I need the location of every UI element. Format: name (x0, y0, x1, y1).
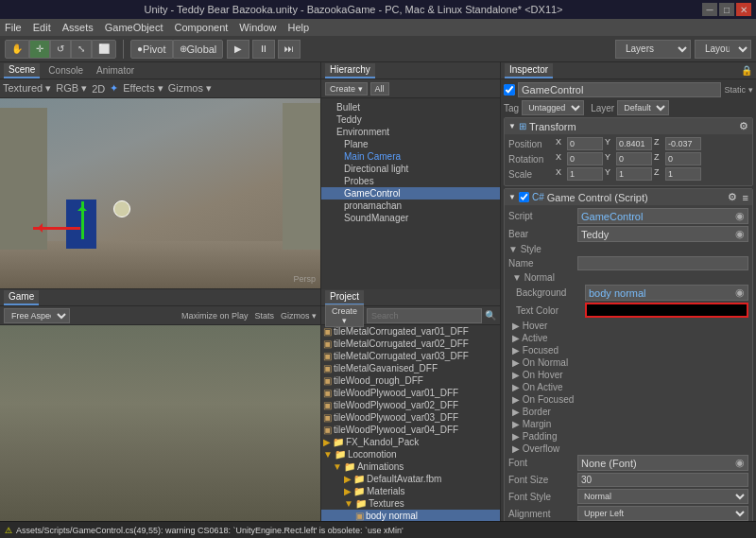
stats-btn[interactable]: Stats (254, 311, 274, 321)
proj-item-2[interactable]: ▣ tileMetalCorrugated_var02_DFF (321, 338, 500, 350)
gc-enabled-checkbox[interactable] (519, 192, 529, 202)
text-color-swatch[interactable] (585, 303, 748, 318)
project-create-button[interactable]: Create ▾ (325, 304, 364, 327)
all-button[interactable]: All (370, 82, 389, 95)
object-active-checkbox[interactable] (504, 84, 515, 95)
proj-textures[interactable]: ▼ 📁 Textures (321, 497, 500, 510)
2d-btn[interactable]: 2D (92, 83, 105, 95)
focused-section[interactable]: ▶ Focused (508, 344, 748, 356)
menu-help[interactable]: Help (287, 22, 309, 33)
margin-section[interactable]: ▶ Margin (508, 418, 748, 430)
active-section[interactable]: ▶ Active (508, 332, 748, 344)
on-hover-section[interactable]: ▶ On Hover (508, 369, 748, 381)
hier-directionallight[interactable]: Directional light (321, 163, 500, 175)
scale-tool[interactable]: ⤡ (71, 40, 92, 59)
menu-gameobject[interactable]: GameObject (105, 22, 163, 33)
tag-dropdown[interactable]: Untagged (522, 100, 584, 115)
project-search-input[interactable] (367, 308, 482, 323)
hover-section[interactable]: ▶ Hover (508, 320, 748, 332)
play-button[interactable]: ▶ (227, 40, 249, 59)
proj-avatar[interactable]: ▶ 📁 DefaultAvatar.fbm (321, 473, 500, 485)
style-name-input[interactable] (577, 256, 748, 270)
proj-item-8[interactable]: ▣ tileWoodPlywood_var03_DFF (321, 411, 500, 424)
proj-item-1[interactable]: ▣ tileMetalCorrugated_var01_DFF (321, 325, 500, 338)
minimize-button[interactable]: ─ (702, 3, 717, 16)
maximize-on-play[interactable]: Maximize on Play (181, 311, 249, 321)
script-picker[interactable]: ◉ (735, 210, 745, 222)
border-section[interactable]: ▶ Border (508, 406, 748, 418)
hier-bullet[interactable]: Bullet (321, 101, 500, 113)
tab-game[interactable]: Game (4, 290, 39, 305)
close-button[interactable]: ✕ (736, 3, 751, 16)
gizmos-label[interactable]: Gizmos ▾ (168, 82, 212, 95)
menu-edit[interactable]: Edit (33, 22, 51, 33)
hier-maincamera[interactable]: Main Camera (321, 150, 500, 163)
aspect-select[interactable]: Free Aspect (4, 308, 70, 323)
layers-dropdown[interactable]: Layers (615, 40, 691, 59)
overflow-section[interactable]: ▶ Overflow (508, 443, 748, 455)
gc-gear[interactable]: ⚙ (728, 191, 737, 203)
on-focused-section[interactable]: ▶ On Focused (508, 393, 748, 406)
hier-probes[interactable]: Probes (321, 175, 500, 187)
hand-tool[interactable]: ✋ (5, 40, 29, 59)
proj-item-4[interactable]: ▣ tileMetalGavanised_DFF (321, 362, 500, 374)
proj-item-6[interactable]: ▣ tileWoodPlywood_var01_DFF (321, 387, 500, 399)
padding-section[interactable]: ▶ Padding (508, 430, 748, 443)
proj-materials[interactable]: ▶ 📁 Materials (321, 485, 500, 497)
layer-dropdown[interactable]: Default (617, 100, 669, 115)
position-x[interactable] (567, 137, 603, 150)
tab-console[interactable]: Console (43, 63, 88, 78)
object-name-input[interactable] (518, 82, 721, 97)
rotation-x[interactable] (567, 152, 603, 165)
scale-z[interactable] (665, 167, 701, 181)
bear-value[interactable]: Teddy ◉ (577, 226, 748, 242)
proj-anim[interactable]: ▼ 📁 Animations (321, 460, 500, 473)
rotation-y[interactable] (616, 152, 652, 165)
move-tool[interactable]: ✛ (29, 40, 50, 59)
menu-window[interactable]: Window (239, 22, 276, 33)
hier-soundmanager[interactable]: SoundManager (321, 212, 500, 224)
scale-y[interactable] (616, 167, 652, 181)
create-button[interactable]: Create ▾ (325, 82, 368, 95)
rotate-tool[interactable]: ↺ (50, 40, 71, 59)
tab-scene[interactable]: Scene (4, 63, 40, 78)
font-picker[interactable]: ◉ (735, 457, 745, 469)
layout-dropdown[interactable]: Layout (695, 40, 751, 59)
background-picker[interactable]: ◉ (735, 286, 745, 299)
hier-environment[interactable]: Environment (321, 126, 500, 138)
on-active-section[interactable]: ▶ On Active (508, 381, 748, 393)
fontstyle-select[interactable]: Normal (577, 489, 748, 504)
static-dropdown[interactable]: ▾ (748, 85, 753, 95)
rgb-label[interactable]: RGB ▾ (56, 82, 87, 95)
scale-x[interactable] (567, 167, 603, 181)
menu-file[interactable]: File (5, 22, 22, 33)
proj-item-9[interactable]: ▣ tileWoodPlywood_var04_DFF (321, 424, 500, 436)
alignment-select[interactable]: Upper Left (577, 506, 748, 521)
pause-button[interactable]: ⏸ (252, 40, 275, 59)
position-y[interactable] (616, 137, 652, 150)
tab-hierarchy[interactable]: Hierarchy (325, 63, 375, 78)
position-z[interactable] (665, 137, 701, 150)
fontsize-input[interactable] (577, 473, 748, 487)
tab-project[interactable]: Project (325, 290, 364, 305)
step-button[interactable]: ⏭ (278, 40, 301, 59)
font-value[interactable]: None (Font) ◉ (577, 455, 748, 471)
bear-picker[interactable]: ◉ (735, 228, 745, 240)
proj-item-3[interactable]: ▣ tileMetalCorrugated_var03_DFF (321, 350, 500, 362)
hier-pronamachan[interactable]: pronamachan (321, 200, 500, 212)
tab-inspector[interactable]: Inspector (505, 63, 553, 78)
background-value[interactable]: body normal ◉ (585, 285, 748, 301)
tab-animator[interactable]: Animator (92, 63, 139, 78)
proj-item-loco[interactable]: ▼ 📁 Locomotion (321, 448, 500, 460)
on-normal-section[interactable]: ▶ On Normal (508, 356, 748, 369)
effects-label[interactable]: ✦ (110, 82, 118, 95)
global-button[interactable]: ⊕ Global (173, 40, 224, 59)
inspector-lock-icon[interactable]: 🔒 (741, 65, 752, 76)
menu-component[interactable]: Component (174, 22, 228, 33)
style-label[interactable]: ▼ Style (508, 244, 748, 254)
textured-label[interactable]: Textured ▾ (3, 82, 51, 95)
proj-item-5[interactable]: ▣ tileWood_rough_DFF (321, 374, 500, 387)
transform-gear[interactable]: ⚙ (739, 120, 748, 132)
rotation-z[interactable] (665, 152, 701, 165)
hier-gamecontrol[interactable]: GameControl (321, 187, 500, 200)
